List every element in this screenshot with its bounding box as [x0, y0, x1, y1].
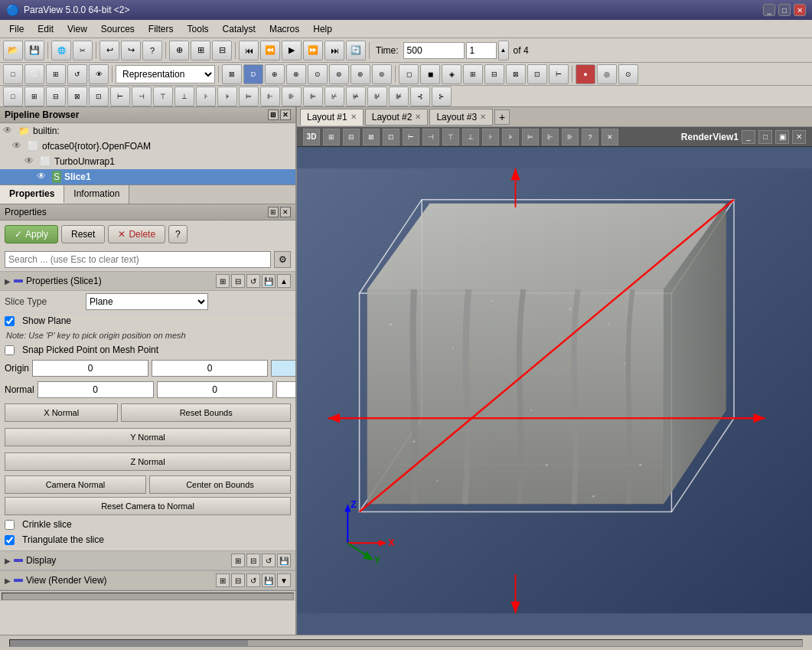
rh-btn8[interactable]: ⊥ — [462, 129, 479, 145]
menu-file[interactable]: File — [3, 22, 30, 36]
loop-btn[interactable]: 🔄 — [346, 41, 366, 60]
section-del-btn[interactable]: ⊟ — [231, 274, 245, 288]
rh-btn2[interactable]: ⊟ — [343, 129, 360, 145]
tb2-btn17[interactable]: ⊠ — [506, 64, 526, 84]
tb2-btn16[interactable]: ⊟ — [484, 64, 504, 84]
rh-btn14[interactable]: ? — [582, 129, 598, 145]
minimize-btn[interactable]: _ — [763, 4, 775, 16]
tb3-btn19[interactable]: ⊯ — [389, 87, 409, 106]
tab-information[interactable]: Information — [64, 185, 129, 204]
eye-icon-openfoam[interactable]: 👁 — [12, 140, 24, 152]
time-input[interactable] — [403, 42, 465, 59]
rv-max-btn[interactable]: ▣ — [775, 130, 789, 144]
tb2-btn11[interactable]: ⊜ — [372, 64, 392, 84]
menu-macros[interactable]: Macros — [263, 22, 305, 36]
redo-btn[interactable]: ↪ — [121, 41, 141, 60]
pb-close-btn[interactable]: ✕ — [280, 109, 291, 120]
tb2-btn7[interactable]: ⊗ — [286, 64, 306, 84]
layout-tab-1-close[interactable]: ✕ — [351, 113, 357, 121]
tb3-btn21[interactable]: ⊱ — [432, 87, 452, 106]
props-close-btn[interactable]: ✕ — [280, 207, 291, 217]
frame-up[interactable]: ▲ — [498, 41, 509, 60]
section-refresh-btn[interactable]: ↺ — [246, 274, 260, 288]
help-button[interactable]: ? — [168, 225, 188, 243]
x-normal-btn[interactable]: X Normal — [5, 403, 118, 422]
display-copy-btn[interactable]: ⊞ — [231, 554, 245, 567]
tb2-btn3[interactable]: ⊞ — [46, 64, 66, 84]
rh-btn7[interactable]: ⊤ — [442, 129, 459, 145]
reset-button[interactable]: Reset — [61, 225, 105, 243]
origin-x-input[interactable] — [32, 360, 148, 377]
menu-help[interactable]: Help — [307, 22, 338, 36]
eye-icon-builtin[interactable]: 👁 — [3, 125, 15, 137]
display-refresh-btn[interactable]: ↺ — [262, 554, 276, 567]
undo-btn[interactable]: ↩ — [99, 41, 119, 60]
tb2-btn19[interactable]: ⊢ — [549, 64, 569, 84]
tb2-btn1[interactable]: □ — [3, 64, 23, 84]
save-btn[interactable]: 💾 — [24, 41, 44, 60]
tb3-btn8[interactable]: ⊤ — [153, 87, 173, 106]
tb3-btn5[interactable]: ⊡ — [89, 87, 109, 106]
3d-viewport[interactable]: Z X Y — [297, 147, 812, 635]
tb2-btn2[interactable]: ⬜ — [24, 64, 44, 84]
eye-icon-slice1[interactable]: 👁 — [37, 171, 49, 183]
tb2-btn4[interactable]: ↺ — [67, 64, 87, 84]
rh-btn4[interactable]: ⊡ — [383, 129, 399, 145]
tb3-btn2[interactable]: ⊞ — [24, 87, 44, 106]
reset-camera-to-normal-btn[interactable]: Reset Camera to Normal — [5, 497, 291, 515]
layout-tab-2-close[interactable]: ✕ — [415, 113, 421, 121]
rv-restore-btn[interactable]: □ — [758, 130, 772, 144]
pipeline-item-turbounwrap[interactable]: 👁 ⬜ TurboUnwrap1 — [0, 154, 295, 169]
last-frame-btn[interactable]: ⏭ — [324, 41, 344, 60]
section-copy-btn[interactable]: ⊞ — [216, 274, 230, 288]
tb3-btn1[interactable]: □ — [3, 87, 23, 106]
tb2-btn13[interactable]: ◼ — [420, 64, 440, 84]
scrollbar-track[interactable] — [2, 593, 294, 600]
tb3-btn18[interactable]: ⊮ — [367, 87, 387, 106]
section-scroll-up[interactable]: ▲ — [277, 274, 291, 288]
layout-tab-3[interactable]: Layout #3 ✕ — [429, 109, 493, 126]
tb2-btn18[interactable]: ⊡ — [527, 64, 547, 84]
origin-z-input[interactable] — [271, 360, 295, 377]
tb3-btn16[interactable]: ⊬ — [324, 87, 344, 106]
select-btn[interactable]: ⊞ — [191, 41, 210, 60]
help-btn[interactable]: ? — [142, 41, 162, 60]
tb3-btn20[interactable]: ⊰ — [410, 87, 430, 106]
rh-btn11[interactable]: ⊨ — [522, 129, 539, 145]
tb2-btn12[interactable]: ◻ — [399, 64, 419, 84]
tb3-btn9[interactable]: ⊥ — [174, 87, 194, 106]
menu-view[interactable]: View — [61, 22, 93, 36]
tb2-btn9[interactable]: ⊚ — [329, 64, 349, 84]
rh-btn3[interactable]: ⊠ — [363, 129, 380, 145]
select2-btn[interactable]: ⊟ — [212, 41, 232, 60]
rh-btn6[interactable]: ⊣ — [422, 129, 439, 145]
layout-tab-3-close[interactable]: ✕ — [480, 113, 486, 121]
display-save-btn[interactable]: 💾 — [277, 554, 291, 567]
tb2-btn15[interactable]: ⊞ — [463, 64, 483, 84]
tb3-btn15[interactable]: ⊫ — [303, 87, 323, 106]
menu-catalyst[interactable]: Catalyst — [217, 22, 262, 36]
rv-min-btn[interactable]: _ — [742, 130, 755, 144]
center-on-bounds-btn[interactable]: Center on Bounds — [149, 475, 291, 494]
search-gear-btn[interactable]: ⚙ — [274, 251, 291, 268]
prev-frame-btn[interactable]: ⏪ — [260, 41, 280, 60]
menu-sources[interactable]: Sources — [95, 22, 141, 36]
triangulate-checkbox[interactable] — [5, 535, 15, 545]
tb3-btn13[interactable]: ⊩ — [260, 87, 280, 106]
tb3-btn3[interactable]: ⊟ — [46, 87, 66, 106]
horizontal-scrollbar[interactable] — [0, 590, 295, 601]
props-float-btn[interactable]: ⊞ — [268, 207, 279, 217]
next-frame-btn[interactable]: ⏩ — [303, 41, 323, 60]
tb3-btn14[interactable]: ⊪ — [282, 87, 302, 106]
apply-button[interactable]: ✓ Apply — [5, 225, 58, 243]
rec2-btn[interactable]: ◎ — [597, 64, 617, 84]
show-plane-checkbox[interactable] — [5, 316, 15, 326]
normal-y-input[interactable] — [157, 381, 273, 398]
menu-edit[interactable]: Edit — [31, 22, 60, 36]
open-btn[interactable]: 📂 — [3, 41, 23, 60]
tb3-btn6[interactable]: ⊢ — [110, 87, 130, 106]
view-copy-btn[interactable]: ⊞ — [216, 573, 230, 587]
rh-btn13[interactable]: ⊪ — [562, 129, 579, 145]
tb3-btn17[interactable]: ⊭ — [346, 87, 366, 106]
reset-bounds-btn[interactable]: Reset Bounds — [121, 403, 291, 422]
